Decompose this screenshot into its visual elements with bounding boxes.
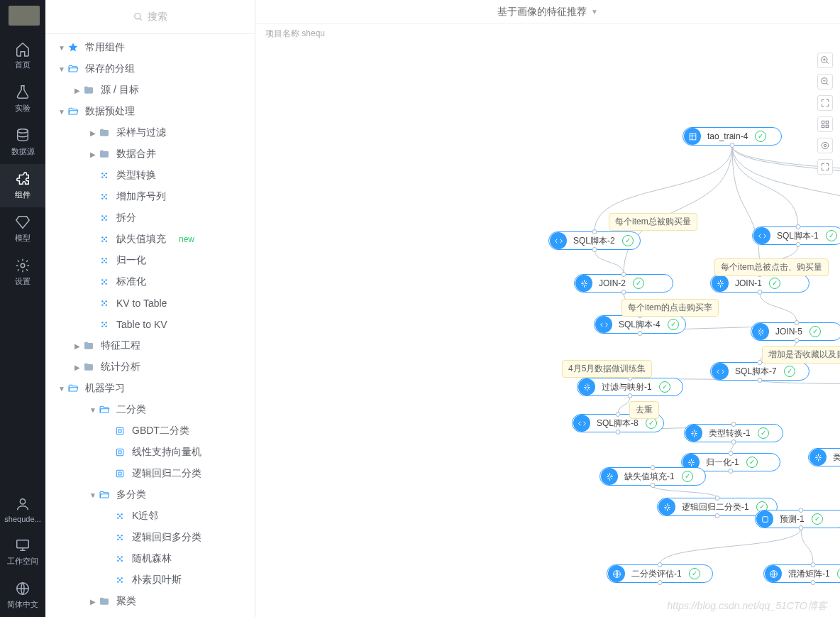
zoom-out-button[interactable] bbox=[817, 74, 833, 89]
rail-home[interactable]: 首页 bbox=[0, 34, 45, 77]
tree-item[interactable]: 朴素贝叶斯 bbox=[45, 569, 255, 591]
rail-lang[interactable]: 简体中文 bbox=[0, 574, 45, 617]
tree-item[interactable]: 标准化 bbox=[45, 271, 255, 293]
workflow-node[interactable]: JOIN-2 bbox=[574, 274, 673, 293]
tree-item[interactable]: ▶ 聚类 bbox=[45, 591, 255, 612]
tree-item[interactable]: ▼ 保存的分组 bbox=[45, 58, 255, 80]
tree-item[interactable]: ▼ 二分类 bbox=[45, 399, 255, 420]
status-success-icon bbox=[682, 471, 693, 482]
tree-item[interactable]: ▼ 常用组件 bbox=[45, 37, 255, 58]
workflow-node[interactable]: 缺失值填充-1 bbox=[599, 467, 706, 486]
grid-button[interactable] bbox=[817, 116, 833, 132]
new-badge: new bbox=[179, 234, 194, 244]
zoom-in-button[interactable] bbox=[817, 53, 833, 68]
globe-icon bbox=[765, 565, 782, 582]
fit-button[interactable] bbox=[817, 95, 833, 111]
spark-icon bbox=[712, 275, 729, 292]
workflow-node[interactable]: 过滤与映射-1 bbox=[577, 378, 683, 396]
tree-item[interactable]: ▼ 数据预处理 bbox=[45, 101, 255, 122]
tree-item[interactable]: ▶ 源 / 目标 bbox=[45, 80, 255, 101]
workflow-node[interactable]: SQL脚本-2 bbox=[548, 231, 641, 250]
spark-icon bbox=[658, 498, 675, 515]
workflow-node[interactable]: JOIN-5 bbox=[751, 322, 840, 341]
code-icon bbox=[712, 363, 729, 380]
tree-item[interactable]: ▶ 统计分析 bbox=[45, 356, 255, 378]
svg-point-25 bbox=[104, 260, 105, 261]
caret-icon: ▶ bbox=[72, 342, 82, 350]
tree-item[interactable]: ▼ 多分类 bbox=[45, 484, 255, 506]
svg-point-60 bbox=[121, 559, 122, 561]
svg-point-5 bbox=[104, 175, 105, 176]
tree-item[interactable]: 缺失值填充 new bbox=[45, 229, 255, 250]
workflow-node[interactable]: JOIN-1 bbox=[710, 274, 809, 293]
tree-item[interactable]: Table to KV bbox=[45, 314, 255, 335]
caret-icon: ▶ bbox=[88, 598, 98, 606]
workflow-node[interactable]: 类型转换-2 bbox=[808, 448, 840, 466]
tree-item[interactable]: ▶ 特征工程 bbox=[45, 335, 255, 356]
watermark: https://blog.csdn.net/qq_51CTO博客 bbox=[668, 600, 827, 613]
annotation-label: 每个item的点击购买率 bbox=[621, 299, 719, 317]
svg-point-11 bbox=[101, 215, 103, 217]
workflow-node[interactable]: SQL脚本-1 bbox=[752, 226, 840, 245]
workflow-node[interactable]: tao_train-4 bbox=[682, 127, 782, 146]
caret-icon: ▼ bbox=[57, 44, 67, 52]
tree-item[interactable]: 类型转换 bbox=[45, 165, 255, 186]
workflow-node[interactable]: SQL脚本-4 bbox=[594, 315, 686, 334]
tree-item[interactable]: ▶ 数据合并 bbox=[45, 143, 255, 165]
tree-item[interactable]: 随机森林 bbox=[45, 548, 255, 569]
tree-item[interactable]: 逻辑回归二分类 bbox=[45, 463, 255, 484]
tree-item[interactable]: 线性支持向量机 bbox=[45, 442, 255, 463]
tree-item[interactable]: 归一化 bbox=[45, 250, 255, 271]
svg-point-37 bbox=[105, 322, 106, 323]
status-success-icon bbox=[646, 417, 657, 429]
rail-user[interactable]: shequde... bbox=[0, 489, 45, 530]
rail-set[interactable]: 设置 bbox=[0, 251, 45, 294]
tree-item[interactable]: ▶ 采样与过滤 bbox=[45, 122, 255, 143]
workflow-node[interactable]: 类型转换-1 bbox=[684, 424, 783, 442]
tree-item[interactable]: KV to Table bbox=[45, 293, 255, 314]
caret-icon: ▶ bbox=[88, 151, 98, 158]
tree-item[interactable]: GBDT二分类 bbox=[45, 420, 255, 442]
caret-icon: ▼ bbox=[88, 406, 98, 414]
dots-icon bbox=[98, 275, 111, 288]
folder-icon bbox=[98, 126, 111, 139]
dots-icon bbox=[98, 297, 111, 310]
svg-rect-42 bbox=[118, 430, 121, 432]
expand-button[interactable] bbox=[817, 159, 833, 175]
search-input[interactable]: 搜索 bbox=[45, 0, 255, 34]
workflow-node[interactable]: SQL脚本-7 bbox=[710, 362, 809, 381]
svg-rect-45 bbox=[116, 470, 123, 476]
component-tree[interactable]: ▼ 常用组件 ▼ 保存的分组 ▶ 源 / 目标 ▼ 数据预处理 ▶ 采样与过滤 … bbox=[45, 34, 255, 617]
svg-rect-44 bbox=[118, 451, 121, 454]
main-panel: 基于画像的特征推荐 ▼ 项目名称 shequ https://blog.csdn… bbox=[255, 0, 840, 617]
rail-comp[interactable]: 组件 bbox=[0, 164, 45, 207]
top-title-dropdown[interactable]: 基于画像的特征推荐 ▼ bbox=[255, 0, 840, 24]
tree-item[interactable]: 逻辑回归多分类 bbox=[45, 527, 255, 548]
workflow-node[interactable]: 二分类评估-1 bbox=[607, 564, 713, 583]
circle-button[interactable] bbox=[817, 138, 833, 153]
workflow-node[interactable]: 预测-1 bbox=[755, 510, 840, 528]
box-icon bbox=[114, 446, 126, 459]
folder-open-icon bbox=[67, 105, 79, 118]
tree-item[interactable]: K近邻 bbox=[45, 506, 255, 527]
svg-point-49 bbox=[117, 517, 118, 518]
svg-point-58 bbox=[121, 556, 122, 557]
rail-exp[interactable]: 实验 bbox=[0, 77, 45, 121]
workflow-node[interactable]: 混淆矩阵-1 bbox=[763, 564, 840, 583]
annotation-label: 增加是否收藏以及目标列 bbox=[762, 346, 840, 364]
tree-item[interactable]: 增加序号列 bbox=[45, 186, 255, 207]
workflow-canvas[interactable]: https://blog.csdn.net/qq_51CTO博客 tao_tra… bbox=[255, 43, 840, 617]
code-icon bbox=[573, 415, 590, 432]
tree-item[interactable]: 拆分 bbox=[45, 207, 255, 229]
folder-icon bbox=[82, 339, 95, 352]
status-success-icon bbox=[758, 427, 769, 439]
svg-point-50 bbox=[121, 517, 122, 518]
svg-point-18 bbox=[101, 240, 103, 241]
rail-ws[interactable]: 工作空间 bbox=[0, 530, 45, 574]
tree-item[interactable]: ▼ 机器学习 bbox=[45, 378, 255, 399]
status-success-icon bbox=[689, 568, 700, 579]
rail-model[interactable]: 模型 bbox=[0, 207, 45, 251]
rail-ds[interactable]: 数据源 bbox=[0, 121, 45, 164]
svg-point-24 bbox=[105, 261, 106, 263]
svg-point-10 bbox=[104, 196, 105, 197]
